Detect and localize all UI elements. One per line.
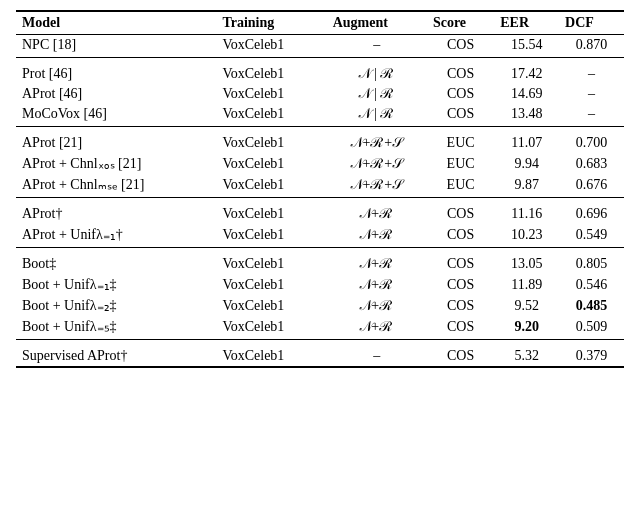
- table-cell: AProt†: [16, 198, 216, 225]
- table-cell: 0.805: [559, 248, 624, 275]
- table-cell: 0.509: [559, 316, 624, 340]
- table-cell: 0.696: [559, 198, 624, 225]
- table-cell: AProt + Chnlₓₒₛ [21]: [16, 153, 216, 174]
- table-cell: 0.546: [559, 274, 624, 295]
- table-cell: VoxCeleb1: [216, 224, 326, 248]
- table-cell: EUC: [427, 127, 494, 154]
- table-cell: COS: [427, 316, 494, 340]
- table-cell: COS: [427, 198, 494, 225]
- table-cell: 𝒩+ℛ: [327, 295, 427, 316]
- table-cell: VoxCeleb1: [216, 84, 326, 104]
- table-row: MoCoVox [46]VoxCeleb1𝒩 | ℛCOS13.48–: [16, 104, 624, 127]
- table-cell: 10.23: [494, 224, 559, 248]
- table-cell: VoxCeleb1: [216, 340, 326, 368]
- col-model: Model: [16, 11, 216, 35]
- table-row: NPC [18]VoxCeleb1–COS15.540.870: [16, 35, 624, 58]
- table-cell: –: [327, 340, 427, 368]
- table-row: Boot + Unifλ₌₁‡VoxCeleb1𝒩+ℛCOS11.890.546: [16, 274, 624, 295]
- table-cell: VoxCeleb1: [216, 127, 326, 154]
- table-cell: NPC [18]: [16, 35, 216, 58]
- table-cell: VoxCeleb1: [216, 153, 326, 174]
- table-cell: 9.20: [494, 316, 559, 340]
- table-cell: 𝒩+ℛ+𝒮: [327, 127, 427, 154]
- table-row: AProt + Chnlₓₒₛ [21]VoxCeleb1𝒩+ℛ+𝒮EUC9.9…: [16, 153, 624, 174]
- table-cell: 15.54: [494, 35, 559, 58]
- table-cell: 9.52: [494, 295, 559, 316]
- table-cell: 0.549: [559, 224, 624, 248]
- table-cell: 0.485: [559, 295, 624, 316]
- table-cell: AProt + Chnlₘₛₑ [21]: [16, 174, 216, 198]
- col-eer: EER: [494, 11, 559, 35]
- results-table: Model Training Augment Score EER DCF NPC…: [16, 10, 624, 368]
- table-cell: COS: [427, 35, 494, 58]
- table-cell: –: [559, 104, 624, 127]
- table-cell: 13.48: [494, 104, 559, 127]
- table-cell: VoxCeleb1: [216, 248, 326, 275]
- table-row: AProt + Unifλ₌₁†VoxCeleb1𝒩+ℛCOS10.230.54…: [16, 224, 624, 248]
- table-row: Boot‡VoxCeleb1𝒩+ℛCOS13.050.805: [16, 248, 624, 275]
- table-cell: –: [559, 58, 624, 85]
- table-cell: VoxCeleb1: [216, 174, 326, 198]
- table-cell: 9.87: [494, 174, 559, 198]
- table-cell: COS: [427, 84, 494, 104]
- table-cell: VoxCeleb1: [216, 316, 326, 340]
- table-row: AProt + Chnlₘₛₑ [21]VoxCeleb1𝒩+ℛ+𝒮EUC9.8…: [16, 174, 624, 198]
- col-dcf: DCF: [559, 11, 624, 35]
- table-cell: 0.700: [559, 127, 624, 154]
- table-row: AProt [46]VoxCeleb1𝒩 | ℛCOS14.69–: [16, 84, 624, 104]
- table-cell: 17.42: [494, 58, 559, 85]
- table-cell: COS: [427, 295, 494, 316]
- table-cell: 𝒩 | ℛ: [327, 84, 427, 104]
- table-cell: Boot + Unifλ₌₂‡: [16, 295, 216, 316]
- table-cell: 𝒩+ℛ+𝒮: [327, 174, 427, 198]
- table-row: Boot + Unifλ₌₅‡VoxCeleb1𝒩+ℛCOS9.200.509: [16, 316, 624, 340]
- table-cell: AProt [21]: [16, 127, 216, 154]
- table-cell: MoCoVox [46]: [16, 104, 216, 127]
- table-cell: Boot + Unifλ₌₅‡: [16, 316, 216, 340]
- table-header: Model Training Augment Score EER DCF: [16, 11, 624, 35]
- table-cell: COS: [427, 224, 494, 248]
- table-cell: VoxCeleb1: [216, 35, 326, 58]
- table-cell: VoxCeleb1: [216, 274, 326, 295]
- table-cell: VoxCeleb1: [216, 104, 326, 127]
- table-row: Supervised AProt†VoxCeleb1–COS5.320.379: [16, 340, 624, 368]
- table-cell: 0.870: [559, 35, 624, 58]
- table-cell: VoxCeleb1: [216, 198, 326, 225]
- table-cell: –: [559, 84, 624, 104]
- table-cell: 13.05: [494, 248, 559, 275]
- col-training: Training: [216, 11, 326, 35]
- table-cell: COS: [427, 248, 494, 275]
- table-cell: Boot‡: [16, 248, 216, 275]
- table-cell: COS: [427, 104, 494, 127]
- table-cell: 𝒩+ℛ: [327, 248, 427, 275]
- table-cell: 9.94: [494, 153, 559, 174]
- table-cell: COS: [427, 274, 494, 295]
- table-cell: VoxCeleb1: [216, 295, 326, 316]
- table-cell: 𝒩+ℛ: [327, 274, 427, 295]
- table-cell: COS: [427, 340, 494, 368]
- table-cell: AProt + Unifλ₌₁†: [16, 224, 216, 248]
- table-cell: VoxCeleb1: [216, 58, 326, 85]
- table-cell: 0.676: [559, 174, 624, 198]
- table-cell: –: [327, 35, 427, 58]
- table-cell: 𝒩+ℛ+𝒮: [327, 153, 427, 174]
- table-cell: 5.32: [494, 340, 559, 368]
- col-augment: Augment: [327, 11, 427, 35]
- table-cell: 𝒩 | ℛ: [327, 58, 427, 85]
- table-cell: EUC: [427, 153, 494, 174]
- table-row: AProt†VoxCeleb1𝒩+ℛCOS11.160.696: [16, 198, 624, 225]
- table-row: Prot [46]VoxCeleb1𝒩 | ℛCOS17.42–: [16, 58, 624, 85]
- table-cell: 𝒩+ℛ: [327, 224, 427, 248]
- table-cell: 𝒩+ℛ: [327, 316, 427, 340]
- table-row: AProt [21]VoxCeleb1𝒩+ℛ+𝒮EUC11.070.700: [16, 127, 624, 154]
- table-cell: EUC: [427, 174, 494, 198]
- table-cell: 11.89: [494, 274, 559, 295]
- table-cell: 14.69: [494, 84, 559, 104]
- table-cell: AProt [46]: [16, 84, 216, 104]
- table-cell: 0.683: [559, 153, 624, 174]
- table-cell: 11.07: [494, 127, 559, 154]
- table-cell: 𝒩 | ℛ: [327, 104, 427, 127]
- table-cell: Supervised AProt†: [16, 340, 216, 368]
- table-cell: 11.16: [494, 198, 559, 225]
- table-cell: 𝒩+ℛ: [327, 198, 427, 225]
